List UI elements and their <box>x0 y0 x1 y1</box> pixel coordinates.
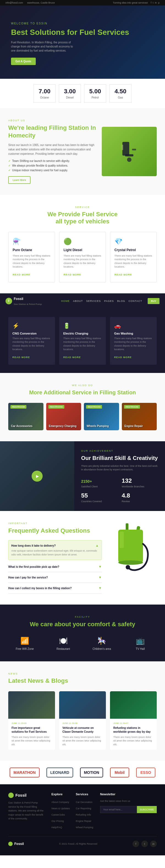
newsletter-form: SUBSCRIBE <box>100 806 157 813</box>
nav-link-pages[interactable]: PAGES <box>104 300 114 302</box>
footer-explore-item[interactable]: Help/FAQ <box>51 825 71 829</box>
nav-link-services[interactable]: SERVICES <box>86 300 101 302</box>
nav-logo: F Fossil Gas Station & Petrol Pump <box>5 296 42 306</box>
price-card-petrol: 5.00 Petrol <box>84 84 106 103</box>
cng-read-more-link[interactable]: READ MORE <box>12 356 30 359</box>
faq-item-3[interactable]: How can I pay for the service? ▼ <box>8 572 102 583</box>
footer-explore-item[interactable]: News & Updates <box>51 805 71 810</box>
faq-item-4[interactable]: How can I collect my boxes in the fillin… <box>8 583 102 594</box>
nav-link-about[interactable]: ABOUT <box>73 300 83 302</box>
countries-label: Countries Covered <box>81 500 118 503</box>
cng-title: CNG Conversion <box>12 332 51 335</box>
service-read-more-link[interactable]: READ MORE <box>12 273 30 276</box>
restaurant-icon: 🍽️ <box>47 637 80 645</box>
nav-buy-button[interactable]: BUY <box>148 298 160 304</box>
service-desc: There are many fuel filling stations mon… <box>12 254 51 269</box>
service-title: Crystal Petrol <box>114 248 153 252</box>
footer-newsletter-text: Get the latest news from us <box>100 799 157 803</box>
service-read-more-link[interactable]: READ MORE <box>63 273 81 276</box>
gas-label: Gas <box>114 96 127 99</box>
emergency-card-bg: RESTROOM Emergency Charging <box>46 403 81 430</box>
social-pi-icon[interactable]: p <box>158 1 160 4</box>
octane-price: 7.00 <box>38 88 51 95</box>
footer-explore-item[interactable]: Our Pricing <box>51 818 71 823</box>
faq-item-1[interactable]: How long does it take to delivery? ▲ Ant… <box>8 540 102 560</box>
add-card-emergency: RESTROOM Emergency Charging <box>46 403 81 430</box>
faq-label: IMPORTANT <box>8 522 102 525</box>
footer-service-item[interactable]: Engine Repair <box>76 818 94 823</box>
news-grid: JUNE 11 20-08 Five importance great solu… <box>8 691 157 750</box>
newsletter-subscribe-button[interactable]: SUBSCRIBE <box>137 806 157 813</box>
footer-explore-item[interactable]: About Company <box>51 799 71 804</box>
service-read-more-link[interactable]: READ MORE <box>114 273 132 276</box>
faq-arrow-2: ▼ <box>99 565 102 568</box>
faq-title: Frequently Asked Questions <box>8 527 102 535</box>
footer-copyright: © 2021 Fossil. All Rights Reserved <box>59 842 98 845</box>
footer-service-item[interactable]: Refueling Info <box>76 812 94 817</box>
achievement-title: Our Brilliant Skill & Creativity <box>81 455 158 462</box>
about-list-item: Team Shifting our launch to service with… <box>8 159 96 162</box>
car-card-title: Car Accessories <box>11 425 32 428</box>
tv-label: TV Hall <box>124 647 157 650</box>
petrol-label: Petrol <box>89 96 102 99</box>
branches-label: Worldwide Branches <box>122 485 158 488</box>
footer-social-links: f t in <box>133 841 157 847</box>
wheels-card-title: Wheels Pumping <box>87 425 109 428</box>
comfort-section: FACILITY We care about your comfort & sa… <box>0 604 165 661</box>
faq-image <box>107 522 157 578</box>
footer-service-item[interactable]: Car Reporting <box>76 805 94 810</box>
clients-number: 2150+ <box>81 477 118 484</box>
service-card-octane: ⚗️ Pure Octane There are many fuel filli… <box>8 232 55 282</box>
news-desc-2: There are many lorem ipsum dolor sit ame… <box>62 736 103 747</box>
svg-rect-4 <box>122 145 123 150</box>
faq-section: IMPORTANT Frequently Asked Questions How… <box>0 511 165 605</box>
stats-grid: 2150+ Satisfied Client 132 Worldwide Bra… <box>81 477 158 503</box>
play-button[interactable] <box>32 471 43 482</box>
footer-social-tw[interactable]: t <box>141 841 148 847</box>
about-learn-more-button[interactable]: Learn More <box>8 176 30 184</box>
footer-service-item[interactable]: Car Decoration <box>76 799 94 804</box>
footer-newsletter-title: Newsletter <box>100 793 157 796</box>
newsletter-email-input[interactable] <box>100 806 137 813</box>
price-card-octane: 7.00 Octane <box>33 84 56 103</box>
footer-bottom-logo: Fossil <box>8 842 24 846</box>
comfort-restaurant: 🍽️ Restaurant <box>47 637 80 650</box>
faq-question-2: What is the first possible pick up date?… <box>8 565 102 568</box>
nav-link-blog[interactable]: BLOG <box>117 300 125 302</box>
faq-question-3: How can I pay for the service? ▼ <box>8 576 102 579</box>
svg-rect-1 <box>125 154 133 156</box>
diesel-price: 3.00 <box>63 88 76 95</box>
footer-social-fb[interactable]: f <box>133 841 139 847</box>
faq-item-2[interactable]: What is the first possible pick up date?… <box>8 561 102 572</box>
news-date-2: JUNE 11 20-08 <box>62 722 103 724</box>
footer-services-list: Car Decoration Car Reporting Refueling I… <box>76 799 94 829</box>
additional-title: More Additional Service in Filling Stati… <box>8 389 157 396</box>
diesel-label: Diesel <box>63 96 76 99</box>
add-card-wheels: RESTROOM Wheels Pumping <box>84 403 119 430</box>
footer-explore-item[interactable]: Career/Jobs <box>51 812 71 817</box>
social-in-icon[interactable]: in <box>155 1 157 4</box>
footer-newsletter-col: Newsletter Get the latest news from us S… <box>100 793 157 831</box>
footer-service-item[interactable]: Wheel Pumping <box>76 825 94 829</box>
footer-logo-text: Fossil <box>16 793 26 798</box>
footer-social-in[interactable]: in <box>150 841 157 847</box>
review-number: 4.8 <box>122 492 158 499</box>
fuel-prices-bar: 7.00 Octane 3.00 Diesel 5.00 Petrol 4.50… <box>0 79 165 108</box>
price-card-diesel: 3.00 Diesel <box>59 84 81 103</box>
nav-link-contact[interactable]: CONTACT <box>129 300 142 302</box>
restaurant-label: Restaurant <box>47 647 80 650</box>
review-label: Review <box>122 500 158 503</box>
news-card-2: JUNE 11 20-08 Vehicule at consume on Cla… <box>59 691 106 750</box>
stat-clients: 2150+ Satisfied Client <box>81 477 118 488</box>
social-fb-icon[interactable]: f <box>151 1 152 4</box>
hero-cta-button[interactable]: Get A Quote <box>11 58 36 65</box>
nav-link-home[interactable]: HOME <box>61 300 70 302</box>
social-tw-icon[interactable]: t <box>153 1 154 4</box>
washing-read-more-link[interactable]: READ MORE <box>114 356 132 359</box>
pure-octane-icon: ⚗️ <box>12 238 51 245</box>
charging-read-more-link[interactable]: READ MORE <box>63 356 81 359</box>
footer-bottom: Fossil © 2021 Fossil. All Rights Reserve… <box>8 836 157 847</box>
faq-arrow-4: ▼ <box>99 586 102 590</box>
news-desc-1: There are many lorem ipsum dolor sit ame… <box>11 736 52 747</box>
news-content-2: JUNE 11 20-08 Vehicule at consume on Cla… <box>59 719 106 750</box>
